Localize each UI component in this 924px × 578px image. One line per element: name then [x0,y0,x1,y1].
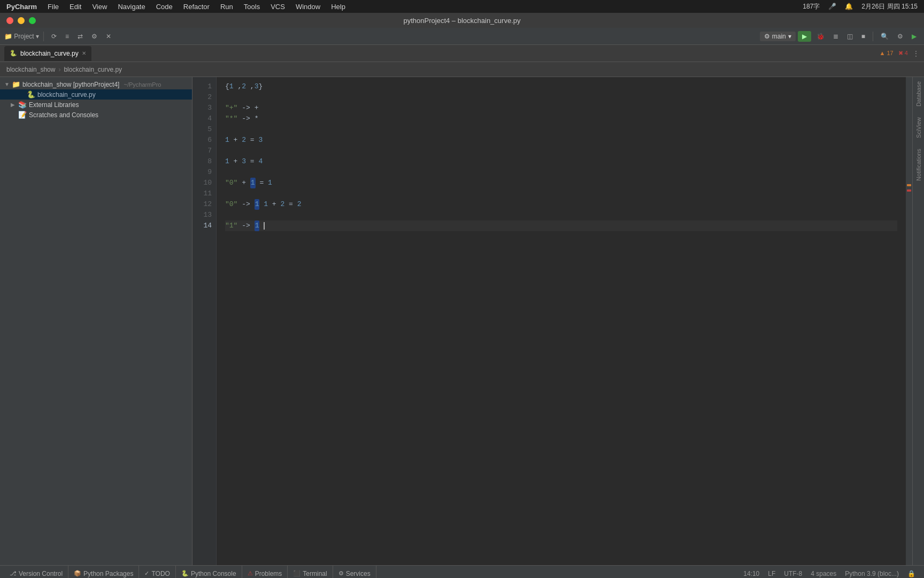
terminal-tab[interactable]: ⬛ Terminal [288,566,333,578]
sidebar-tree: ▼ 📁 blockchain_show [pythonProject4] ~/P… [0,77,192,565]
settings2-button[interactable]: ⚙ [894,31,906,42]
stop-button[interactable]: ■ [858,31,868,42]
run-config[interactable]: ⚙ main ▾ [760,32,796,41]
vc-icon: ⎇ [10,570,17,577]
problems-icon: ⚠ [248,570,253,577]
tab-label: blockchain_curve.py [20,50,79,57]
minimize-button[interactable] [18,17,25,24]
run2-button[interactable]: ▶ [908,31,920,42]
tab-blockchain-curve[interactable]: 🐍 blockchain_curve.py ✕ [4,46,91,61]
datetime: 2月26日 周四 15:15 [861,2,918,11]
tree-item-file[interactable]: 🐍 blockchain_curve.py [0,89,192,100]
run-button[interactable]: ▶ [798,31,811,42]
app-menu-refactor[interactable]: Refactor [183,3,210,11]
linenum-2: 2 [192,92,216,103]
console-icon: 🐍 [181,570,189,577]
linenum-12: 12 [192,199,216,210]
app-menu-vcs[interactable]: VCS [271,3,285,11]
editor-content[interactable]: 1 2 3 4 5 6 7 8 9 10 11 12 13 14 {1 ,2 ,… [192,77,912,565]
collapse-button[interactable]: ≡ [62,31,72,42]
app-menu-tools[interactable]: Tools [244,3,260,11]
app-menu-file[interactable]: File [48,3,59,11]
scratches-icon: 📝 [18,111,27,119]
problems-tab[interactable]: ⚠ Problems [242,566,288,578]
app-menu-edit[interactable]: Edit [70,3,81,11]
code-line-12: "0" -> 1 1 + 2 = 2 [225,199,897,210]
encoding[interactable]: UTF-8 [784,570,802,577]
settings-button[interactable]: ⚙ [88,31,101,42]
titlebar: pythonProject4 – blockchain_curve.py [0,13,924,28]
code-area[interactable]: {1 ,2 ,3} "+" -> + "*" -> * 1 + 2 = 3 [217,77,906,565]
line-numbers: 1 2 3 4 5 6 7 8 9 10 11 12 13 14 [192,77,217,565]
mic-icon[interactable]: 🎤 [828,3,836,10]
statusbar: ⎇ Version Control 📦 Python Packages ✓ TO… [0,565,924,578]
code-line-9 [225,167,897,178]
python-console-tab[interactable]: 🐍 Python Console [176,566,242,578]
breadcrumb-project[interactable]: blockchain_show [6,66,55,73]
tree-label-external: External Libraries [29,101,79,109]
search-button[interactable]: 🔍 [877,31,892,42]
close-button[interactable] [6,17,13,24]
tree-label-root: blockchain_show [pythonProject4] [22,81,119,88]
app-menu-window[interactable]: Window [296,3,320,11]
tree-item-external[interactable]: ▶ 📚 External Libraries [0,100,192,110]
tab-close-button[interactable]: ✕ [82,50,86,56]
tree-arrow-external: ▶ [11,102,16,108]
toolbar-right: ⚙ main ▾ ▶ 🐞 ≣ ◫ ■ 🔍 ⚙ ▶ [760,31,920,42]
run-config-icon: ⚙ [764,33,770,40]
line-ending[interactable]: LF [768,570,775,577]
version-control-tab[interactable]: ⎇ Version Control [4,566,68,578]
maximize-button[interactable] [29,17,36,24]
python-version[interactable]: Python 3.9 (bloc...) [845,570,899,577]
editor-actions[interactable]: ⋮ [912,49,920,58]
app-menu-run[interactable]: Run [220,3,233,11]
app-menu-help[interactable]: Help [331,3,345,11]
app-menu-navigate[interactable]: Navigate [118,3,145,11]
tree-label-scratches: Scratches and Consoles [29,111,98,119]
tree-item-scratches[interactable]: 📝 Scratches and Consoles [0,110,192,120]
main-layout: ▼ 📁 blockchain_show [pythonProject4] ~/P… [0,77,924,565]
services-icon: ⚙ [338,570,344,577]
linenum-4: 4 [192,113,216,124]
editor-area: 1 2 3 4 5 6 7 8 9 10 11 12 13 14 {1 ,2 ,… [192,77,912,565]
tree-item-root[interactable]: ▼ 📁 blockchain_show [pythonProject4] ~/P… [0,79,192,89]
database-tab[interactable]: Database [915,81,922,107]
python-packages-tab[interactable]: 📦 Python Packages [68,566,139,578]
todo-label: TODO [151,570,170,577]
linenum-11: 11 [192,188,216,199]
app-menu-view[interactable]: View [92,3,107,11]
linenum-14: 14 [192,220,216,231]
linenum-9: 9 [192,167,216,178]
close-panel-button[interactable]: ✕ [103,31,114,42]
profile-button[interactable]: ◫ [844,31,856,42]
indent[interactable]: 4 spaces [811,570,836,577]
project-dropdown[interactable]: 📁 Project ▾ [4,33,39,40]
code-line-11 [225,188,897,199]
sync-button[interactable]: ⟳ [48,31,60,42]
error-marker [907,189,911,192]
todo-tab[interactable]: ✓ TODO [139,566,175,578]
folder-icon: 📁 [12,80,20,88]
breadcrumb-sep: › [58,66,60,73]
mac-right-widgets: 187字 🎤 🔔 2月26日 周四 15:15 [803,2,918,11]
notification-icon[interactable]: 🔔 [845,3,853,10]
debug-button[interactable]: 🐞 [813,31,828,42]
notifications-tab[interactable]: Notifications [915,149,922,181]
linenum-13: 13 [192,210,216,220]
tree-path: ~/PycharmPro [124,81,161,88]
services-tab[interactable]: ⚙ Services [333,566,376,578]
toolbar-separator [43,32,44,41]
linenum-8: 8 [192,156,216,167]
code-line-8: 1 + 3 = 4 [225,156,897,167]
app-menu-code[interactable]: Code [156,3,173,11]
mac-menubar: PyCharm File Edit View Navigate Code Ref… [0,0,924,13]
cursor-position: 14:10 [743,570,759,577]
code-line-6: 1 + 2 = 3 [225,135,897,146]
coverage-button[interactable]: ≣ [830,31,842,42]
sciview-tab[interactable]: SciView [915,117,922,138]
lock-icon: 🔒 [907,570,915,577]
run-config-arrow: ▾ [788,33,791,40]
expand-button[interactable]: ⇄ [74,31,86,42]
breadcrumb-file[interactable]: blockchain_curve.py [64,66,122,73]
app-menu-pycharm[interactable]: PyCharm [6,3,37,11]
